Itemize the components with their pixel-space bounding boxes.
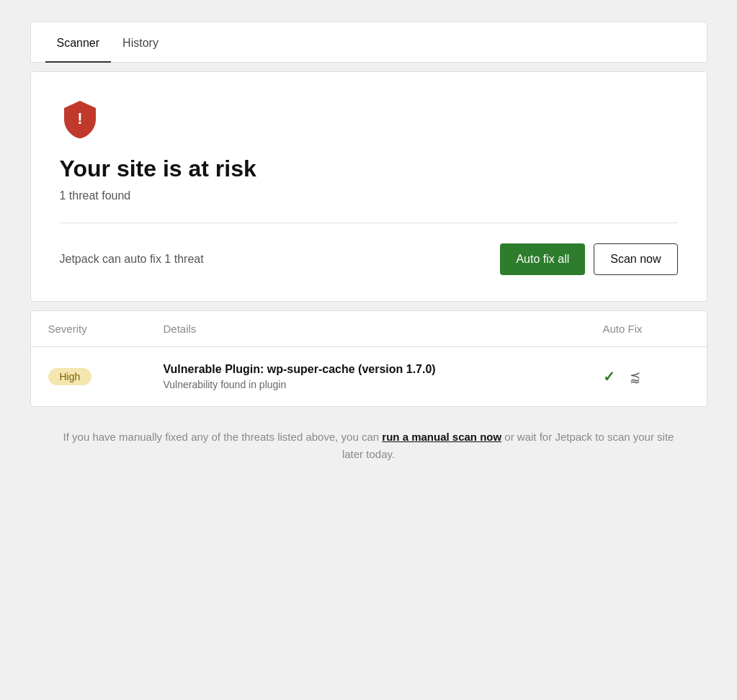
auto-fix-text: Jetpack can auto fix 1 threat xyxy=(60,253,204,266)
section-divider xyxy=(60,223,678,223)
shield-alert-icon: ! xyxy=(60,98,100,138)
main-container: Scanner History ! Your site is at risk 1… xyxy=(30,22,707,470)
svg-text:!: ! xyxy=(77,109,82,127)
footer-note: If you have manually fixed any of the th… xyxy=(30,421,707,470)
col-details-header: Details xyxy=(164,323,603,335)
col-severity-header: Severity xyxy=(48,323,164,335)
tab-history[interactable]: History xyxy=(111,22,170,63)
tabs-card: Scanner History xyxy=(30,22,707,63)
threat-title: Vulnerable Plugin: wp-super-cache (versi… xyxy=(164,363,603,376)
manual-scan-link[interactable]: run a manual scan now xyxy=(382,431,501,443)
chevron-down-icon[interactable]: ⪷ xyxy=(630,369,640,385)
shield-icon-wrap: ! xyxy=(60,98,678,141)
alert-card: ! Your site is at risk 1 threat found Je… xyxy=(30,71,707,302)
alert-title: Your site is at risk xyxy=(60,156,678,182)
action-row: Jetpack can auto fix 1 threat Auto fix a… xyxy=(60,243,678,275)
col-autofix-header: Auto Fix xyxy=(603,323,689,335)
footer-prefix: If you have manually fixed any of the th… xyxy=(63,431,380,443)
threat-description: Vulnerability found in plugin xyxy=(164,379,603,390)
tab-scanner[interactable]: Scanner xyxy=(45,22,112,63)
table-header: Severity Details Auto Fix xyxy=(31,311,707,347)
threat-count: 1 threat found xyxy=(60,189,678,202)
severity-cell: High xyxy=(48,368,164,385)
checkmark-icon[interactable]: ✓ xyxy=(603,368,615,385)
table-row: High Vulnerable Plugin: wp-super-cache (… xyxy=(31,347,707,406)
details-cell: Vulnerable Plugin: wp-super-cache (versi… xyxy=(164,363,603,390)
auto-fix-cell: ✓ ⪷ xyxy=(603,368,689,385)
severity-badge: High xyxy=(48,368,92,385)
scan-now-button[interactable]: Scan now xyxy=(594,243,677,275)
threats-table: Severity Details Auto Fix High Vulnerabl… xyxy=(30,310,707,407)
auto-fix-all-button[interactable]: Auto fix all xyxy=(500,243,585,275)
action-buttons: Auto fix all Scan now xyxy=(500,243,677,275)
